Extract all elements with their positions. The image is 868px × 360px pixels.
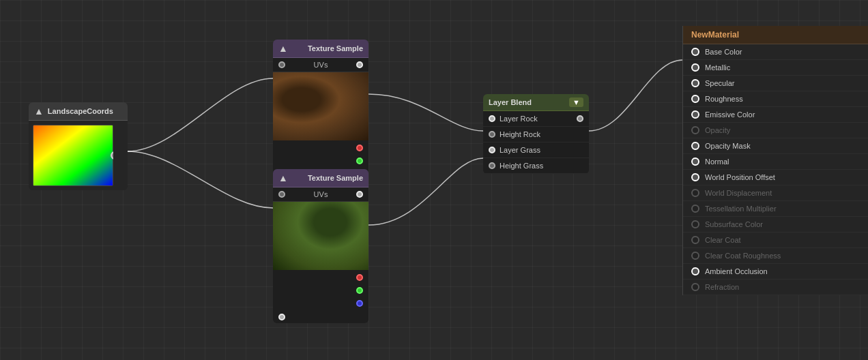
prop-label-1: Metallic	[705, 63, 730, 72]
material-prop-clear-coat-roughness[interactable]: Clear Coat Roughness	[683, 248, 868, 264]
material-panel-title: NewMaterial	[691, 30, 739, 40]
material-prop-clear-coat[interactable]: Clear Coat	[683, 232, 868, 248]
material-prop-specular[interactable]: Specular	[683, 76, 868, 91]
layer-blend-title: Layer Blend	[489, 98, 532, 106]
r-channel-pin-2[interactable]	[356, 274, 363, 281]
pin-row-b-2	[278, 298, 363, 309]
material-prop-subsurface-color[interactable]: Subsurface Color	[683, 217, 868, 232]
uvs-input-pin-2[interactable]	[278, 191, 285, 198]
layer-blend-body: Layer Rock Height Rock Layer Grass Heigh…	[483, 111, 589, 174]
uvs-label-2: UVs	[314, 190, 328, 198]
material-prop-base-color[interactable]: Base Color	[683, 44, 868, 60]
material-prop-emissive-color[interactable]: Emissive Color	[683, 107, 868, 123]
layer-rock-item[interactable]: Layer Rock	[483, 111, 589, 127]
material-prop-ambient-occlusion[interactable]: Ambient Occlusion	[683, 264, 868, 280]
layer-rock-label: Layer Rock	[500, 115, 573, 123]
material-prop-normal[interactable]: Normal	[683, 154, 868, 170]
material-prop-opacity-mask[interactable]: Opacity Mask	[683, 138, 868, 154]
g-channel-pin-2[interactable]	[356, 287, 363, 294]
prop-label-12: Clear Coat	[705, 236, 741, 244]
height-grass-item[interactable]: Height Grass	[483, 158, 589, 174]
pin-row-g-2	[278, 285, 363, 296]
texture-2-uvs-row: UVs	[273, 188, 368, 202]
height-grass-input-pin[interactable]	[489, 162, 495, 169]
pin-row-rgb-2	[278, 272, 363, 283]
layer-grass-input-pin[interactable]	[489, 147, 495, 153]
material-prop-refraction[interactable]: Refraction	[683, 280, 868, 295]
collapse-arrow-icon-2[interactable]: ▲	[278, 172, 288, 183]
prop-label-11: Subsurface Color	[705, 220, 763, 228]
texture-1-uvs-row: UVs	[273, 58, 368, 72]
collapse-arrow-icon[interactable]: ▲	[34, 106, 44, 117]
texture-preview-1	[273, 72, 368, 140]
pin-row-rgb	[278, 142, 363, 153]
landscape-gradient	[33, 125, 113, 186]
prop-pin-14	[691, 267, 699, 275]
r-channel-pin[interactable]	[356, 145, 363, 151]
layer-grass-item[interactable]: Layer Grass	[483, 142, 589, 158]
texture-preview-2	[273, 202, 368, 270]
material-prop-metallic[interactable]: Metallic	[683, 60, 868, 76]
material-prop-tessellation-multiplier[interactable]: Tessellation Multiplier	[683, 201, 868, 217]
landscape-node-header: ▲ LandscapeCoords	[29, 102, 128, 121]
prop-pin-2	[691, 79, 699, 87]
uvs-label-1: UVs	[314, 61, 328, 69]
collapse-arrow-icon-1[interactable]: ▲	[278, 43, 288, 54]
uvs-input-pin[interactable]	[278, 61, 285, 68]
texture-2-pins	[273, 270, 368, 311]
landscape-coords-node[interactable]: ▲ LandscapeCoords	[29, 102, 128, 190]
prop-label-8: World Position Offset	[705, 173, 775, 181]
prop-label-14: Ambient Occlusion	[705, 267, 768, 275]
prop-pin-5	[691, 126, 699, 134]
material-panel-header: NewMaterial	[683, 26, 868, 44]
prop-label-13: Clear Coat Roughness	[705, 252, 781, 260]
texture-node-2-title: Texture Sample	[308, 174, 363, 182]
prop-label-6: Opacity Mask	[705, 142, 751, 150]
prop-pin-3	[691, 95, 699, 103]
material-prop-opacity[interactable]: Opacity	[683, 123, 868, 138]
new-material-panel: NewMaterial Base ColorMetallicSpecularRo…	[682, 26, 868, 295]
material-prop-world-position-offset[interactable]: World Position Offset	[683, 170, 868, 185]
prop-label-0: Base Color	[705, 48, 742, 56]
alpha-pin-2[interactable]	[278, 314, 285, 320]
landscape-preview	[33, 125, 113, 186]
height-rock-label: Height Rock	[500, 130, 583, 138]
layer-blend-node[interactable]: Layer Blend ▼ Layer Rock Height Rock Lay…	[483, 94, 589, 174]
pin-row-g	[278, 155, 363, 166]
prop-pin-0	[691, 48, 699, 56]
uvs-output-pin[interactable]	[356, 61, 363, 68]
material-prop-world-displacement[interactable]: World Displacement	[683, 185, 868, 201]
texture-node-2-header: ▲ Texture Sample	[273, 169, 368, 188]
prop-pin-11	[691, 220, 699, 228]
prop-pin-15	[691, 283, 699, 291]
height-rock-input-pin[interactable]	[489, 131, 495, 138]
height-grass-label: Height Grass	[500, 162, 583, 170]
prop-pin-8	[691, 173, 699, 181]
prop-pin-6	[691, 142, 699, 150]
prop-pin-1	[691, 63, 699, 72]
b-channel-pin-2[interactable]	[356, 300, 363, 307]
prop-pin-10	[691, 205, 699, 213]
texture-node-1-title: Texture Sample	[308, 44, 363, 52]
layer-blend-header: Layer Blend ▼	[483, 94, 589, 111]
prop-label-10: Tessellation Multiplier	[705, 205, 777, 213]
g-channel-pin[interactable]	[356, 158, 363, 164]
texture-sample-node-2[interactable]: ▲ Texture Sample UVs	[273, 169, 368, 323]
material-properties-list: Base ColorMetallicSpecularRoughnessEmiss…	[683, 44, 868, 295]
prop-label-3: Roughness	[705, 95, 743, 103]
prop-pin-4	[691, 110, 699, 119]
prop-pin-7	[691, 158, 699, 166]
layer-rock-output-pin[interactable]	[577, 115, 583, 122]
texture-2-bottom-pin	[273, 311, 368, 323]
prop-pin-9	[691, 189, 699, 197]
prop-label-15: Refraction	[705, 283, 739, 291]
prop-label-2: Specular	[705, 79, 734, 87]
texture-node-1-header: ▲ Texture Sample	[273, 40, 368, 58]
material-prop-roughness[interactable]: Roughness	[683, 91, 868, 107]
prop-label-4: Emissive Color	[705, 110, 755, 119]
prop-label-5: Opacity	[705, 126, 730, 134]
layer-blend-expand-button[interactable]: ▼	[569, 97, 583, 107]
height-rock-item[interactable]: Height Rock	[483, 127, 589, 142]
layer-rock-input-pin[interactable]	[489, 115, 495, 122]
uvs-output-pin-2[interactable]	[356, 191, 363, 198]
